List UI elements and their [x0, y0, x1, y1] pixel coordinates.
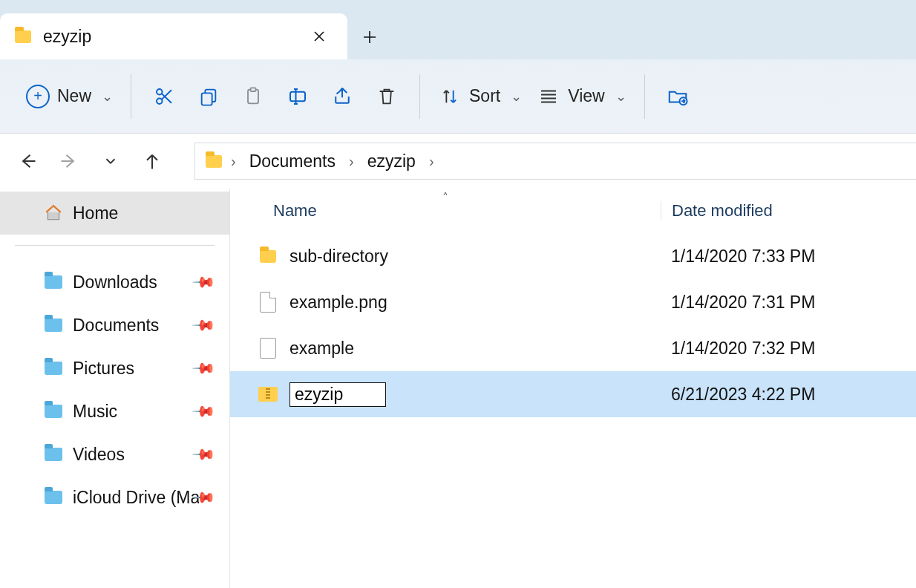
sidebar-item-label: Home	[73, 203, 118, 223]
forward-button[interactable]	[56, 148, 82, 174]
share-button[interactable]	[320, 74, 364, 119]
sidebar-item-label: Videos	[73, 445, 125, 465]
pin-icon: 📌	[191, 270, 217, 295]
sidebar-item-home[interactable]: Home	[0, 192, 229, 235]
sidebar: Home Downloads 📌 Documents 📌 Pictures 📌 …	[0, 189, 230, 588]
file-date: 1/14/2020 7:31 PM	[661, 293, 916, 313]
breadcrumb-item[interactable]: ezyzip	[363, 150, 420, 173]
pin-icon: 📌	[191, 399, 217, 425]
file-icon	[257, 291, 279, 313]
file-date: 1/14/2020 7:33 PM	[661, 246, 916, 267]
sort-label: Sort	[469, 86, 500, 106]
recent-locations-button[interactable]	[98, 148, 123, 174]
view-label: View	[568, 86, 604, 106]
folder-icon	[43, 315, 64, 336]
breadcrumb-item[interactable]: Documents	[245, 150, 340, 173]
sort-button[interactable]: Sort ⌄	[431, 74, 529, 119]
paste-icon	[241, 85, 265, 108]
file-name: example.png	[289, 293, 387, 313]
window-tab[interactable]: ezyzip	[0, 13, 347, 59]
file-list: ˄ Name Date modified sub-directory 1/14/…	[230, 189, 916, 588]
pin-icon: 📌	[191, 442, 217, 468]
svg-rect-5	[251, 88, 256, 91]
copy-icon	[197, 85, 220, 108]
copy-button[interactable]	[186, 74, 231, 119]
toolbar: + New ⌄	[0, 59, 916, 134]
sidebar-item-label: Music	[73, 402, 117, 422]
sidebar-item-icloud-drive[interactable]: iCloud Drive (Ma 📌	[0, 476, 229, 519]
folder-icon	[257, 245, 279, 267]
plus-circle-icon: +	[26, 85, 50, 108]
folder-arrow-icon	[666, 85, 690, 108]
tab-title: ezyzip	[43, 27, 294, 47]
chevron-down-icon: ⌄	[511, 88, 522, 105]
back-button[interactable]	[15, 148, 40, 174]
view-button[interactable]: View ⌄	[529, 74, 633, 119]
rename-button[interactable]	[275, 74, 320, 119]
new-tab-button[interactable]	[347, 15, 392, 59]
scissors-icon	[152, 85, 176, 108]
file-date: 1/14/2020 7:32 PM	[661, 339, 916, 359]
chevron-down-icon: ⌄	[102, 88, 113, 105]
folder-icon	[43, 358, 64, 379]
folder-icon	[206, 155, 222, 168]
svg-rect-3	[202, 93, 212, 105]
sort-icon	[438, 85, 462, 108]
cut-button[interactable]	[142, 74, 186, 119]
new-label: New	[57, 86, 91, 106]
trash-icon	[375, 85, 399, 108]
file-row[interactable]: sub-directory 1/14/2020 7:33 PM	[230, 233, 916, 279]
folder-icon	[43, 272, 64, 293]
folder-icon	[43, 487, 64, 508]
share-icon	[330, 85, 354, 108]
file-row[interactable]: example 1/14/2020 7:32 PM	[230, 325, 916, 371]
file-row[interactable]: 6/21/2023 4:22 PM	[230, 371, 916, 417]
sidebar-item-label: Documents	[73, 316, 159, 336]
rename-input[interactable]	[289, 382, 386, 407]
column-label: Date modified	[672, 201, 773, 220]
folder-icon	[15, 30, 31, 43]
folder-icon	[43, 444, 64, 465]
file-icon	[257, 337, 279, 359]
zip-icon	[257, 383, 279, 405]
rename-icon	[286, 85, 310, 108]
file-name: example	[289, 339, 354, 359]
home-icon	[43, 203, 64, 223]
sidebar-item-label: iCloud Drive (Ma	[73, 488, 199, 508]
pin-icon: 📌	[191, 313, 217, 339]
file-date: 6/21/2023 4:22 PM	[661, 385, 916, 405]
sidebar-item-label: Downloads	[73, 272, 157, 293]
sidebar-item-documents[interactable]: Documents 📌	[0, 304, 229, 347]
sidebar-item-music[interactable]: Music 📌	[0, 390, 229, 433]
paste-button[interactable]	[231, 74, 275, 119]
sidebar-item-label: Pictures	[73, 359, 134, 379]
column-header-date[interactable]: Date modified	[661, 201, 916, 220]
chevron-right-icon: ›	[231, 153, 236, 170]
sidebar-item-videos[interactable]: Videos 📌	[0, 433, 229, 476]
file-name: sub-directory	[289, 246, 388, 267]
folder-icon	[43, 401, 64, 422]
pin-icon: 📌	[191, 356, 217, 382]
view-icon	[537, 85, 560, 108]
extract-button[interactable]	[655, 74, 690, 119]
sidebar-item-pictures[interactable]: Pictures 📌	[0, 347, 229, 390]
sort-ascending-icon: ˄	[442, 191, 448, 205]
column-header-name[interactable]: ˄ Name	[230, 201, 661, 220]
delete-button[interactable]	[364, 74, 409, 119]
file-row[interactable]: example.png 1/14/2020 7:31 PM	[230, 279, 916, 325]
new-button[interactable]: + New ⌄	[19, 74, 120, 119]
close-tab-button[interactable]	[306, 23, 333, 50]
chevron-right-icon: ›	[429, 153, 434, 170]
address-bar[interactable]: › Documents › ezyzip ›	[194, 143, 916, 180]
sidebar-item-downloads[interactable]: Downloads 📌	[0, 261, 229, 304]
chevron-down-icon: ⌄	[615, 88, 627, 105]
column-label: Name	[273, 201, 317, 220]
chevron-right-icon: ›	[349, 153, 354, 170]
svg-rect-6	[290, 91, 305, 101]
up-button[interactable]	[140, 148, 165, 174]
